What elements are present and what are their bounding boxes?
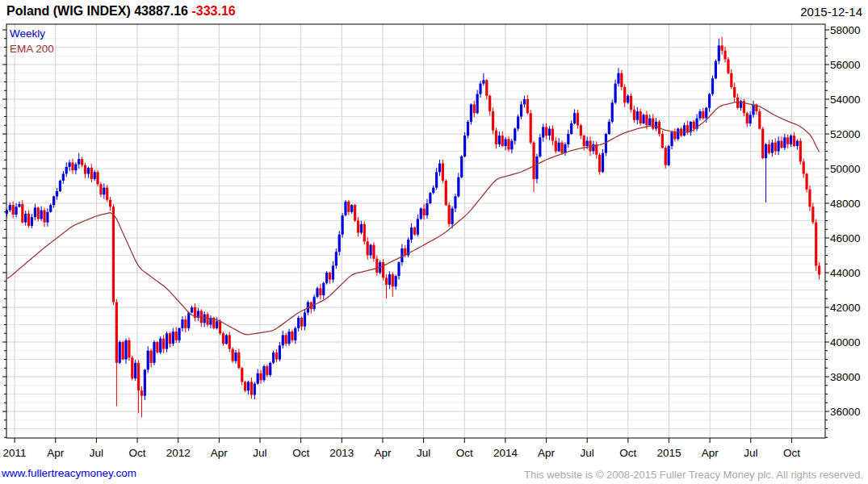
candle-body — [665, 148, 667, 165]
x-axis-label: Oct — [129, 447, 146, 459]
candle-body — [357, 221, 359, 233]
x-axis-label: 2011 — [3, 447, 27, 459]
candle-body — [84, 165, 86, 174]
x-axis-label: Oct — [783, 447, 800, 459]
candle-body — [542, 127, 544, 137]
candle-body — [445, 181, 447, 205]
footer-site-link[interactable]: www.fullertreacymoney.com — [2, 467, 136, 479]
y-axis-label: 40000 — [830, 336, 861, 348]
candle-body — [81, 159, 83, 165]
candle-body — [476, 94, 479, 114]
candle-body — [470, 104, 472, 122]
candle-body — [567, 134, 569, 144]
candle-body — [137, 363, 140, 390]
candle-body — [363, 224, 366, 242]
y-axis-label: 38000 — [830, 371, 861, 383]
candle-body — [49, 205, 52, 212]
candle-body — [46, 212, 48, 223]
candle-body — [385, 277, 388, 285]
candle-body — [181, 319, 183, 328]
candle-body — [59, 181, 61, 191]
candle-body — [611, 102, 614, 122]
candle-body — [715, 61, 717, 79]
candle-body — [313, 297, 316, 309]
candle-body — [65, 167, 68, 174]
candle-body — [655, 122, 657, 129]
candle-body — [150, 351, 153, 363]
candle-body — [746, 113, 748, 123]
candle-body — [460, 156, 463, 177]
candle-body — [375, 259, 378, 273]
x-axis-label: Apr — [374, 447, 392, 459]
candle-body — [262, 366, 265, 380]
candle-body — [620, 73, 623, 87]
candle-body — [31, 217, 33, 226]
candle-body — [159, 339, 161, 353]
candle-body — [147, 351, 149, 370]
candle-body — [134, 363, 136, 378]
candle-body — [250, 382, 253, 394]
candle-body — [184, 319, 187, 328]
candle-body — [413, 227, 416, 235]
candle-body — [799, 141, 802, 162]
candle-body — [369, 245, 371, 256]
candle-body — [325, 273, 328, 283]
candle-body — [442, 164, 444, 182]
candle-body — [693, 122, 695, 129]
candle-body — [467, 122, 469, 136]
candle-body — [423, 208, 426, 215]
candle-body — [598, 155, 601, 173]
candle-body — [300, 318, 303, 327]
candle-body — [771, 143, 774, 153]
candle-body — [803, 161, 805, 173]
candle-body — [573, 113, 576, 123]
candle-body — [517, 117, 519, 129]
candle-body — [749, 115, 752, 123]
candle-body — [627, 96, 629, 103]
candle-body — [162, 339, 165, 349]
candle-body — [805, 173, 807, 189]
candle-body — [109, 200, 111, 207]
candle-body — [257, 373, 259, 384]
candle-body — [532, 143, 535, 179]
candle-body — [602, 153, 604, 173]
candle-body — [52, 196, 55, 205]
candle-body — [285, 335, 287, 344]
y-axis-label: 42000 — [830, 302, 861, 314]
candle-body — [27, 214, 30, 226]
candle-body — [222, 333, 224, 344]
candle-body — [426, 203, 428, 215]
candle-body — [347, 202, 350, 212]
x-axis-label: 2015 — [656, 447, 681, 459]
candle-body — [473, 104, 476, 113]
candle-body — [668, 146, 670, 165]
y-axis-label: 48000 — [830, 198, 861, 210]
y-axis-label: 46000 — [830, 232, 861, 244]
candle-body — [774, 143, 777, 152]
footer-copyright: This website is © 2008-2015 Fuller Treac… — [524, 469, 863, 481]
candle-body — [448, 205, 451, 224]
candle-body — [811, 207, 814, 222]
candle-body — [166, 333, 168, 348]
candle-body — [69, 162, 71, 166]
candle-body — [808, 190, 811, 207]
candle-body — [350, 205, 353, 212]
x-axis-label: Jul — [744, 447, 757, 459]
candle-body — [733, 87, 736, 98]
candle-body — [259, 373, 262, 381]
candle-body — [203, 315, 206, 323]
candle-body — [354, 205, 356, 220]
candle-body — [730, 73, 732, 87]
candle-body — [723, 51, 726, 60]
x-axis-label: 2012 — [166, 447, 191, 459]
candle-body — [21, 204, 23, 223]
candle-body — [463, 136, 466, 156]
candle-body — [510, 141, 513, 150]
candle-body — [106, 188, 108, 200]
candle-body — [435, 172, 438, 187]
candle-body — [229, 335, 231, 348]
candle-body — [780, 141, 782, 148]
candle-body — [241, 368, 243, 382]
candle-body — [316, 288, 318, 297]
chart-page: Poland (WIG INDEX) 43887.16 -333.16 2015… — [0, 0, 868, 484]
